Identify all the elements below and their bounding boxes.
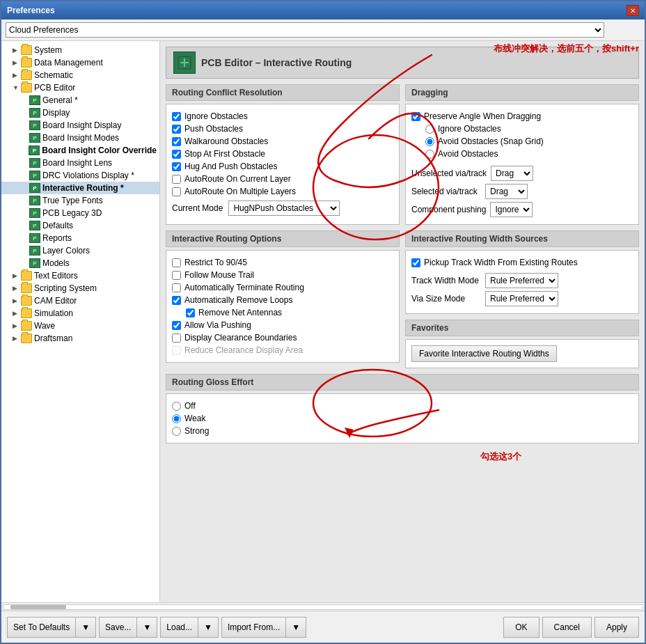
track-width-dropdown[interactable]: Rule PreferredRule MinimumUser Choice	[485, 273, 558, 288]
drag-avoid-snap-radio[interactable]	[425, 137, 434, 146]
component-pushing-dropdown[interactable]: IgnorePushAvoid	[490, 202, 533, 217]
apply-button[interactable]: Apply	[594, 617, 639, 638]
check-row-remove-net-antennas: Remove Net Antennas	[172, 306, 393, 319]
dragging-box: Preserve Angle When Dragging Ignore Obst…	[405, 104, 639, 225]
display-clearance-checkbox[interactable]	[172, 333, 181, 343]
remove-net-antennas-checkbox[interactable]	[186, 308, 195, 317]
auto-remove-loops-checkbox[interactable]	[172, 296, 181, 305]
sidebar-item-true-type-fonts[interactable]: P True Type Fonts	[1, 194, 159, 207]
sidebar-item-cam-editor[interactable]: ▶ CAM Editor	[1, 294, 159, 307]
load-button[interactable]: Load...	[161, 618, 198, 637]
set-to-defaults-arrow[interactable]: ▼	[76, 618, 95, 637]
interactive-routing-width-header: Interactive Routing Width Sources	[405, 230, 639, 247]
gloss-strong-radio[interactable]	[172, 427, 181, 436]
sidebar-item-draftsman[interactable]: ▶ Draftsman	[1, 332, 159, 345]
interactive-routing-width-box: Pickup Track Width From Existing Routes …	[405, 250, 639, 314]
auto-terminate-label: Automatically Terminate Routing	[184, 283, 304, 292]
sidebar-item-simulation[interactable]: ▶ Simulation	[1, 307, 159, 320]
push-obstacles-checkbox[interactable]	[172, 125, 181, 134]
preserve-angle-checkbox[interactable]	[411, 112, 420, 121]
reduce-clearance-checkbox[interactable]	[172, 346, 181, 355]
current-mode-dropdown[interactable]: HugNPush Obstacles Ignore Obstacles Push…	[228, 201, 340, 216]
sidebar-label-scripting-system: Scripting System	[34, 283, 97, 293]
auto-terminate-checkbox[interactable]	[172, 283, 181, 292]
gloss-off-radio[interactable]	[172, 402, 181, 411]
unselected-via-dropdown[interactable]: DragJumpIgnore	[491, 166, 533, 181]
sidebar-item-scripting-system[interactable]: ▶ Scripting System	[1, 282, 159, 294]
sidebar-item-board-insight-color[interactable]: P Board Insight Color Override	[1, 144, 159, 157]
restrict-90-checkbox[interactable]	[172, 258, 181, 267]
routing-gloss-header: Routing Gloss Effort	[166, 374, 639, 391]
routing-gloss-section: Routing Gloss Effort Off Weak Strong	[166, 374, 639, 443]
sidebar-label-wave: Wave	[34, 321, 55, 331]
folder-icon	[21, 333, 32, 343]
horizontal-scrollbar[interactable]	[1, 602, 645, 611]
sidebar-item-reports[interactable]: P Reports	[1, 232, 159, 244]
stop-at-first-checkbox[interactable]	[172, 150, 181, 159]
drag-ignore-label: Ignore Obstacles	[438, 124, 501, 134]
selected-via-dropdown[interactable]: DragJumpIgnore	[485, 184, 528, 199]
pcb-icon: P	[29, 171, 40, 180]
import-group: Import From... ▼	[221, 617, 306, 638]
gloss-weak-radio[interactable]	[172, 414, 181, 423]
sidebar-item-board-insight-modes[interactable]: P Board Insight Modes	[1, 132, 159, 144]
walkaround-obstacles-checkbox[interactable]	[172, 137, 181, 146]
pcb-icon: P	[29, 233, 40, 243]
check-row-auto-remove-loops: Automatically Remove Loops	[172, 294, 393, 306]
close-button[interactable]: ✕	[627, 5, 639, 16]
ignore-obstacles-label: Ignore Obstacles	[184, 111, 248, 121]
sidebar-item-pcb-editor[interactable]: ▼ PCB Editor	[1, 81, 159, 94]
sidebar-item-board-insight-lens[interactable]: P Board Insight Lens	[1, 157, 159, 169]
expand-arrow: ▶	[13, 297, 21, 304]
pickup-track-checkbox[interactable]	[411, 258, 420, 267]
sidebar-item-system[interactable]: ▶ System	[1, 44, 159, 56]
h-scrollbar-thumb[interactable]	[10, 605, 66, 609]
sidebar-item-board-insight-display[interactable]: P Board Insight Display	[1, 119, 159, 132]
folder-icon	[21, 283, 32, 293]
save-arrow[interactable]: ▼	[137, 618, 157, 637]
check-row-autoroute-current: AutoRoute On Current Layer	[172, 173, 393, 185]
routing-conflict-box: Ignore Obstacles Push Obstacles Walkarou…	[166, 104, 400, 225]
save-button[interactable]: Save...	[100, 618, 137, 637]
sidebar-item-general[interactable]: P General *	[1, 94, 159, 107]
sidebar-label-models: Models	[42, 258, 70, 268]
sidebar-item-display[interactable]: P Display	[1, 107, 159, 119]
autoroute-multiple-checkbox[interactable]	[172, 187, 181, 196]
via-size-dropdown[interactable]: Rule PreferredRule MinimumUser Choice	[485, 291, 558, 306]
drag-avoid-snap-label: Avoid Obstacles (Snap Grid)	[438, 136, 544, 146]
cancel-button[interactable]: Cancel	[542, 617, 592, 638]
ignore-obstacles-checkbox[interactable]	[172, 112, 181, 121]
autoroute-current-checkbox[interactable]	[172, 175, 181, 184]
preserve-angle-label: Preserve Angle When Dragging	[424, 111, 541, 121]
restrict-90-label: Restrict To 90/45	[184, 258, 247, 267]
sidebar-item-drc-violations[interactable]: P DRC Violations Display *	[1, 169, 159, 182]
sidebar-item-data-management[interactable]: ▶ Data Management	[1, 56, 159, 69]
import-arrow[interactable]: ▼	[286, 618, 306, 637]
drag-ignore-radio[interactable]	[425, 125, 434, 134]
follow-mouse-checkbox[interactable]	[172, 271, 181, 280]
drag-dropdowns-area: Unselected via/track DragJumpIgnore Sele…	[411, 164, 633, 219]
sidebar-item-wave[interactable]: ▶ Wave	[1, 320, 159, 332]
import-button[interactable]: Import From...	[222, 618, 286, 637]
dropdown-row-via-size: Via Size Mode Rule PreferredRule Minimum…	[411, 290, 633, 308]
sidebar-item-text-editors[interactable]: ▶ Text Editors	[1, 269, 159, 282]
sidebar-item-interactive-routing[interactable]: P Interactive Routing *	[1, 182, 159, 194]
favorite-routing-widths-button[interactable]: Favorite Interactive Routing Widths	[411, 345, 557, 362]
cloud-preferences-dropdown[interactable]: Cloud Preferences	[6, 22, 604, 38]
sidebar-item-pcb-legacy-3d[interactable]: P PCB Legacy 3D	[1, 207, 159, 219]
allow-via-pushing-checkbox[interactable]	[172, 321, 181, 330]
drag-avoid-radio[interactable]	[425, 150, 434, 159]
set-to-defaults-button[interactable]: Set To Defaults	[8, 618, 76, 637]
sidebar-item-models[interactable]: P Models	[1, 257, 159, 269]
load-arrow[interactable]: ▼	[198, 618, 218, 637]
ok-button[interactable]: OK	[503, 617, 539, 638]
sidebar-item-layer-colors[interactable]: P Layer Colors	[1, 244, 159, 257]
dropdown-row-component-pushing: Component pushing IgnorePushAvoid	[411, 201, 633, 219]
autoroute-multiple-label: AutoRoute On Multiple Layers	[184, 187, 296, 196]
drag-avoid-label: Avoid Obstacles	[438, 149, 498, 159]
interactive-routing-options-header: Interactive Routing Options	[166, 230, 400, 247]
sidebar-item-defaults[interactable]: P Defaults	[1, 219, 159, 232]
sidebar-item-schematic[interactable]: ▶ Schematic	[1, 69, 159, 81]
hug-push-checkbox[interactable]	[172, 162, 181, 171]
track-width-label: Track Width Mode	[411, 276, 481, 285]
